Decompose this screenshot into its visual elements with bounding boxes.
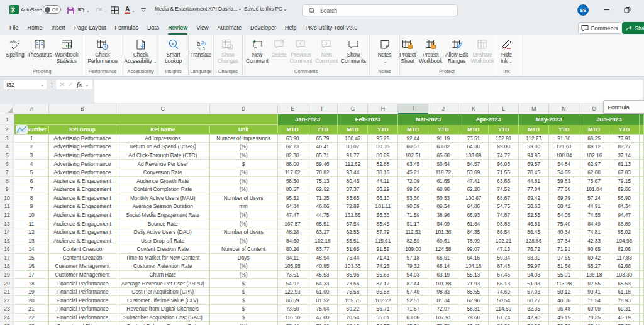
cell-value[interactable]: 78.82 (308, 168, 338, 177)
cell-value[interactable]: 101.88 (428, 279, 458, 288)
cell-value[interactable]: 97.65 (549, 254, 579, 263)
cell-value[interactable]: 44.81 (519, 177, 549, 185)
cell-value[interactable]: 99.07 (458, 245, 489, 254)
cell-sliver[interactable] (640, 245, 644, 254)
cell-kpi-number[interactable]: 18 (14, 279, 49, 288)
cell-kpi-number[interactable]: 3 (14, 151, 49, 160)
thesaurus-button[interactable]: Thesaurus (27, 37, 53, 58)
cell-sliver[interactable] (640, 151, 644, 160)
tab-data[interactable]: Data (143, 19, 164, 35)
cell-value[interactable]: 65.68 (428, 151, 458, 160)
cell-unit[interactable]: Number of Users (210, 194, 278, 203)
cell-month-sliver[interactable] (640, 114, 644, 125)
cell-value[interactable]: 59.46 (308, 160, 338, 168)
cell-value[interactable]: 92.44 (398, 135, 428, 143)
tab-file[interactable]: File (5, 19, 23, 35)
cell-value[interactable]: 74.90 (519, 322, 549, 325)
row-header-10[interactable]: 10 (0, 194, 14, 203)
cell-value[interactable]: 47.13 (489, 245, 519, 254)
cell-value[interactable]: 51.65 (338, 245, 368, 254)
cell-kpi-group[interactable]: Content Creation (49, 245, 116, 254)
column-header-K[interactable]: K (458, 104, 489, 114)
cell-value[interactable]: 47.47 (278, 211, 308, 220)
cell-value[interactable]: 64.16 (458, 254, 489, 263)
row-header-16[interactable]: 16 (0, 245, 14, 254)
cell-value[interactable]: 94.03 (519, 271, 549, 280)
cell-unit[interactable]: (%) (210, 211, 278, 220)
cell-kpi-group[interactable]: Audience & Engagement (49, 211, 116, 220)
cell-value[interactable]: 90.59 (398, 202, 428, 211)
cell-value[interactable]: 60.61 (428, 236, 458, 245)
cell-kpi-group[interactable]: Financial Performance (49, 314, 116, 322)
cell-value[interactable]: 87.17 (368, 279, 398, 288)
cell-kpi-number[interactable]: 17 (14, 271, 49, 280)
cell-unit[interactable]: $ (210, 314, 278, 322)
cell-value[interactable]: 109.00 (398, 245, 428, 254)
cell-value[interactable]: 116.10 (278, 314, 308, 322)
cell-header-mtd[interactable]: MTD (278, 125, 308, 135)
cell-value[interactable]: 66.61 (428, 254, 458, 263)
row-header-21[interactable]: 21 (0, 288, 14, 297)
save-button[interactable] (65, 4, 76, 16)
avatar[interactable]: SS (577, 4, 589, 16)
cell-value[interactable]: 60.57 (398, 143, 428, 151)
cell-value[interactable]: 59.34 (489, 254, 519, 263)
cell-value[interactable]: 76.44 (338, 254, 368, 263)
cell-value[interactable]: 73.51 (278, 271, 308, 280)
cell-value[interactable]: 112.62 (338, 160, 368, 168)
cell-kpi-name[interactable]: Conversion Rate (116, 168, 210, 177)
cell-value[interactable]: 95.26 (368, 135, 398, 143)
cell-value[interactable]: 84.60 (278, 236, 308, 245)
cell-value[interactable]: 56.71 (368, 305, 398, 314)
cell-value[interactable]: 54.57 (458, 160, 489, 168)
cell-value[interactable]: 97.34 (549, 236, 579, 245)
cell-value[interactable]: 118.72 (428, 168, 458, 177)
cell-unit[interactable]: $ (210, 279, 278, 288)
cell-kpi-group[interactable]: Customer Management (49, 262, 116, 271)
cell-value[interactable]: 50.12 (549, 288, 579, 297)
cell-value[interactable]: 74.72 (489, 151, 519, 160)
cell-value[interactable]: 42.33 (579, 236, 609, 245)
cell-value[interactable]: 59.63 (549, 322, 579, 325)
cell-kpi-name[interactable]: Cost Per Acquisition (CPA) (116, 288, 210, 297)
cell-value[interactable]: 61.74 (489, 314, 519, 322)
cell-value[interactable]: 62.55 (338, 228, 368, 237)
cell-value[interactable]: 108.84 (549, 151, 579, 160)
row-header-17[interactable]: 17 (0, 254, 14, 263)
cell-value[interactable]: 64.38 (458, 143, 489, 151)
cell-value[interactable]: 61.65 (428, 177, 458, 185)
cell-value[interactable]: 63.45 (398, 160, 428, 168)
autosave-toggle[interactable]: Off (43, 5, 61, 14)
cell-sliver[interactable] (640, 177, 644, 185)
cell-value[interactable]: 48.94 (308, 254, 338, 263)
cell-value[interactable]: 101.11 (368, 202, 398, 211)
cell-value[interactable]: 84.35 (458, 228, 489, 237)
cell-value[interactable]: 71.25 (308, 194, 338, 203)
comments-button[interactable]: Comments (578, 22, 621, 34)
cell-kpi-group[interactable]: Financial Performance (49, 305, 116, 314)
cell-kpi-name[interactable]: Return on Ad Spend (ROAS) (116, 143, 210, 151)
column-header-G[interactable]: G (338, 104, 368, 114)
cell-value[interactable]: 50.53 (428, 194, 458, 203)
cell-value[interactable]: 87.44 (398, 279, 428, 288)
cell-kpi-number[interactable]: 15 (14, 254, 49, 263)
cell-sliver[interactable] (640, 219, 644, 228)
column-header-N[interactable]: N (549, 104, 579, 114)
cell-kpi-group[interactable]: Customer Management (49, 271, 116, 280)
cell-value[interactable]: 102.51 (398, 151, 428, 160)
cell-value[interactable]: 60.22 (338, 305, 368, 314)
tab-automate[interactable]: Automate (213, 19, 247, 35)
cell-value[interactable]: 67.54 (338, 219, 368, 228)
cell-value[interactable]: 73.51 (458, 135, 489, 143)
cell-kpi-name[interactable]: Time to Market for New Content (116, 254, 210, 263)
cell-value[interactable]: 74.52 (489, 185, 519, 194)
cell-value[interactable]: 52.51 (398, 296, 428, 305)
cell-value[interactable]: 136.18 (579, 271, 609, 280)
cell-kpi-group[interactable]: Audience & Engagement (49, 194, 116, 203)
cell-sliver[interactable] (640, 228, 644, 237)
cell-value[interactable]: 90.41 (579, 288, 609, 297)
cell-value[interactable]: 58.44 (278, 322, 308, 325)
cell-value[interactable]: 82.38 (278, 151, 308, 160)
cell-value[interactable]: 56.90 (609, 194, 640, 203)
row-header-7[interactable]: 7 (0, 168, 14, 177)
